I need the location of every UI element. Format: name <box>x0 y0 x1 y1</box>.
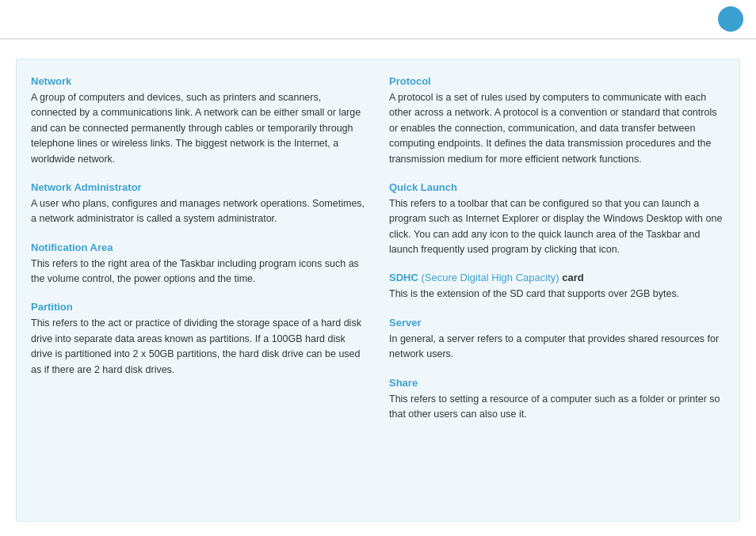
entry-definition: A group of computers and devices, such a… <box>31 90 367 167</box>
glossary-entry: Network AdministratorA user who plans, c… <box>31 181 367 227</box>
entry-definition: A user who plans, configures and manages… <box>31 196 367 227</box>
entry-definition: This refers to a toolbar that can be con… <box>389 196 725 258</box>
entry-term: Server <box>389 317 725 329</box>
page-number-badge <box>718 6 743 32</box>
glossary-entry: ServerIn general, a server refers to a c… <box>389 317 725 363</box>
entry-definition: This refers to setting a resource of a c… <box>389 392 725 423</box>
entry-definition: In general, a server refers to a compute… <box>389 332 725 363</box>
header-right <box>712 6 743 32</box>
left-column: NetworkA group of computers and devices,… <box>31 75 367 508</box>
glossary-entry: Notification AreaThis refers to the righ… <box>31 241 367 287</box>
glossary-entry: NetworkA group of computers and devices,… <box>31 75 367 167</box>
right-column: ProtocolA protocol is a set of rules use… <box>389 75 725 508</box>
glossary-entry: Quick LaunchThis refers to a toolbar tha… <box>389 181 725 258</box>
glossary-content: NetworkA group of computers and devices,… <box>16 59 740 522</box>
entry-term: Network <box>31 75 367 87</box>
page-header <box>0 0 756 40</box>
glossary-entry: SDHC (Secure Digital High Capacity) card… <box>389 272 725 302</box>
entry-definition: This refers to the right area of the Tas… <box>31 257 367 287</box>
entry-definition: A protocol is a set of rules used by com… <box>389 90 725 167</box>
glossary-entry: PartitionThis refers to the act or pract… <box>31 301 367 378</box>
glossary-entry: ProtocolA protocol is a set of rules use… <box>389 75 725 167</box>
entry-term: Quick Launch <box>389 181 725 193</box>
content-area: NetworkA group of computers and devices,… <box>0 40 756 534</box>
entry-term: SDHC (Secure Digital High Capacity) card <box>389 272 725 283</box>
entry-term: Partition <box>31 301 367 313</box>
glossary-entry: ShareThis refers to setting a resource o… <box>389 377 725 423</box>
entry-definition: This is the extension of the SD card tha… <box>389 287 725 302</box>
entry-term: Network Administrator <box>31 181 367 193</box>
entry-term: Notification Area <box>31 241 367 253</box>
entry-term: Protocol <box>389 75 725 87</box>
entry-definition: This refers to the act or practice of di… <box>31 316 367 378</box>
entry-term: Share <box>389 377 725 389</box>
